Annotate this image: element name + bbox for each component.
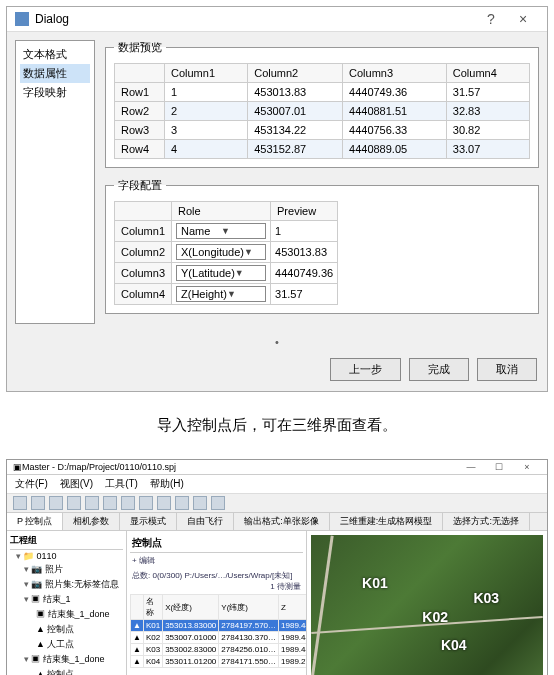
ctrl-toolbar: + 编辑 (130, 553, 303, 568)
tool-icon[interactable] (157, 496, 171, 510)
toolbar (7, 494, 547, 513)
tree-node[interactable]: ▲ 控制点 (10, 622, 123, 637)
close-button[interactable]: × (513, 462, 541, 472)
ctrl-title: 控制点 (130, 534, 303, 553)
step-sidebar: 文本格式 数据属性 字段映射 (15, 40, 95, 324)
dialog-buttons: 上一步 完成 取消 (7, 352, 547, 391)
ctrl-row[interactable]: ▲K04353011.012002784171.550…1989.2740000 (131, 656, 308, 668)
close-button[interactable]: × (507, 11, 539, 27)
data-preview-box: 数据预览 Column1 Column2 Column3 Column4 Row… (105, 40, 539, 168)
tree-title: 工程组 (10, 534, 123, 550)
tree-node[interactable]: ▣ 结束集_1_done (10, 607, 123, 622)
minimize-button[interactable]: — (457, 462, 485, 472)
wizard-dots: • (7, 332, 547, 352)
marker-k03[interactable]: K03 (473, 590, 499, 606)
tool-icon[interactable] (103, 496, 117, 510)
col-header: Column4 (446, 64, 529, 83)
ctrl-list: 名称 X(经度) Y(纬度) Z ▲K01353013.830002784197… (130, 594, 303, 675)
tab-display[interactable]: 显示模式 (120, 513, 177, 530)
table-row: Row1 1 453013.83 4440749.36 31.57 (115, 83, 530, 102)
page-caption: 导入控制点后，可在三维界面查看。 (0, 398, 554, 453)
finish-button[interactable]: 完成 (409, 358, 469, 381)
tree-node[interactable]: ▾📷 照片集:无标签信息 (10, 577, 123, 592)
chevron-down-icon: ▼ (235, 268, 261, 278)
tab-output[interactable]: 输出格式:单张影像 (234, 513, 330, 530)
table-row: Column4 Z(Height)▼ 31.57 (115, 284, 338, 305)
app-title-text: Master - D:/map/Project/0110/0110.spj (22, 462, 457, 472)
marker-k02[interactable]: K02 (422, 609, 448, 625)
preview-table: Column1 Column2 Column3 Column4 Row1 1 4… (114, 63, 530, 159)
role-combo[interactable]: X(Longitude)▼ (176, 244, 266, 260)
role-combo[interactable]: Y(Latitude)▼ (176, 265, 266, 281)
col-header: Column2 (248, 64, 343, 83)
field-config-box: 字段配置 Role Preview Column1 Name▼ 1 Column… (105, 178, 539, 314)
tool-icon[interactable] (211, 496, 225, 510)
step-data-attrs[interactable]: 数据属性 (20, 64, 90, 83)
tree-node[interactable]: ▾▣ 结束集_1_done (10, 652, 123, 667)
role-combo[interactable]: Z(Height)▼ (176, 286, 266, 302)
tree-node[interactable]: ▾📁 0110 (10, 550, 123, 562)
tab-controlpoints[interactable]: P 控制点 (7, 513, 63, 530)
chevron-down-icon: ▼ (227, 289, 261, 299)
main-app-window: ▣ Master - D:/map/Project/0110/0110.spj … (6, 459, 548, 675)
table-row: Row3 3 453134.22 4440756.33 30.82 (115, 121, 530, 140)
ctrl-row[interactable]: ▲K03353002.830002784256.010…1989.4490000 (131, 644, 308, 656)
prev-button[interactable]: 上一步 (330, 358, 401, 381)
step-text-format[interactable]: 文本格式 (20, 45, 90, 64)
tool-icon[interactable] (49, 496, 63, 510)
app-icon (15, 12, 29, 26)
chevron-down-icon: ▼ (244, 247, 261, 257)
marker-k01[interactable]: K01 (362, 575, 388, 591)
field-config-legend: 字段配置 (114, 178, 166, 193)
marker-k04[interactable]: K04 (441, 637, 467, 653)
project-tree-pane: 工程组 ▾📁 0110▾📷 照片▾📷 照片集:无标签信息▾▣ 结束_1▣ 结束集… (7, 531, 127, 675)
tab-recon[interactable]: 三维重建:生成格网模型 (330, 513, 444, 530)
app-icon: ▣ (13, 462, 22, 472)
menu-tools[interactable]: 工具(T) (105, 477, 138, 491)
menu-view[interactable]: 视图(V) (60, 477, 93, 491)
titlebar: Dialog ? × (7, 7, 547, 32)
tool-icon[interactable] (139, 496, 153, 510)
tree-node[interactable]: ▾📷 照片 (10, 562, 123, 577)
tree-node[interactable]: ▲ 控制点 (10, 667, 123, 675)
table-row: Column3 Y(Latitude)▼ 4440749.36 (115, 263, 338, 284)
menu-file[interactable]: 文件(F) (15, 477, 48, 491)
table-row: Row4 4 453152.87 4440889.05 33.07 (115, 140, 530, 159)
dialog-main: 数据预览 Column1 Column2 Column3 Column4 Row… (105, 40, 539, 324)
menu-help[interactable]: 帮助(H) (150, 477, 184, 491)
table-row: Row2 2 453007.01 4440881.51 32.83 (115, 102, 530, 121)
ctrl-row[interactable]: ▲K01353013.830002784197.570…1989.4490000 (131, 620, 308, 632)
table-row: Column2 X(Longitude)▼ 453013.83 (115, 242, 338, 263)
controlpoint-pane: 控制点 + 编辑 总数: 0(0/300) P:/Users/…/Users/W… (127, 531, 307, 675)
ctrl-row[interactable]: ▲K02353007.010002784130.370…1989.4490000 (131, 632, 308, 644)
aerial-view[interactable]: K01 K02 K03 K04 (311, 535, 543, 675)
app-titlebar: ▣ Master - D:/map/Project/0110/0110.spj … (7, 460, 547, 475)
step-field-mapping[interactable]: 字段映射 (20, 83, 90, 102)
dialog-title: Dialog (35, 12, 475, 26)
tree-node[interactable]: ▾▣ 结束_1 (10, 592, 123, 607)
tab-camera[interactable]: 相机参数 (63, 513, 120, 530)
3d-view-pane: K01 K02 K03 K04 全部影像 已测影像 推荐影像 精度设置 100_… (307, 531, 547, 675)
tool-icon[interactable] (121, 496, 135, 510)
tool-icon[interactable] (13, 496, 27, 510)
maximize-button[interactable]: ☐ (485, 462, 513, 472)
table-row: Column1 Name▼ 1 (115, 221, 338, 242)
import-dialog: Dialog ? × 文本格式 数据属性 字段映射 数据预览 Column1 C… (6, 6, 548, 392)
project-tree[interactable]: ▾📁 0110▾📷 照片▾📷 照片集:无标签信息▾▣ 结束_1▣ 结束集_1_d… (10, 550, 123, 675)
cancel-button[interactable]: 取消 (477, 358, 537, 381)
tool-icon[interactable] (85, 496, 99, 510)
tab-flight[interactable]: 自由飞行 (177, 513, 234, 530)
col-header: Column3 (343, 64, 447, 83)
tool-icon[interactable] (31, 496, 45, 510)
tool-icon[interactable] (193, 496, 207, 510)
chevron-down-icon: ▼ (221, 226, 261, 236)
data-preview-legend: 数据预览 (114, 40, 166, 55)
tool-icon[interactable] (67, 496, 81, 510)
help-button[interactable]: ? (475, 11, 507, 27)
role-combo[interactable]: Name▼ (176, 223, 266, 239)
tool-icon[interactable] (175, 496, 189, 510)
menubar: 文件(F) 视图(V) 工具(T) 帮助(H) (7, 475, 547, 494)
tab-select[interactable]: 选择方式:无选择 (443, 513, 530, 530)
tree-node[interactable]: ▲ 人工点 (10, 637, 123, 652)
view-tabs: P 控制点 相机参数 显示模式 自由飞行 输出格式:单张影像 三维重建:生成格网… (7, 513, 547, 531)
